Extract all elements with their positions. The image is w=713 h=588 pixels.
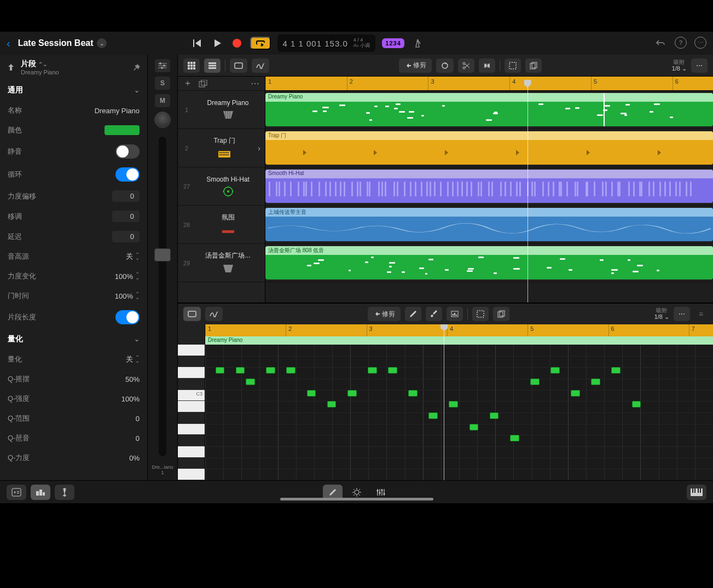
go-to-start-button[interactable] bbox=[191, 37, 204, 50]
track-header[interactable]: 28 氛围 bbox=[178, 206, 265, 244]
velocity-change-field[interactable]: 100%⌃⌄ bbox=[115, 272, 140, 281]
midi-note[interactable] bbox=[368, 367, 377, 374]
track-header[interactable]: 29 汤普金斯广场... bbox=[178, 244, 265, 282]
region[interactable]: Dreamy Piano bbox=[265, 93, 713, 126]
midi-note[interactable] bbox=[286, 367, 295, 374]
brush-tool-button[interactable] bbox=[426, 307, 442, 321]
midi-note[interactable] bbox=[530, 379, 540, 385]
region-row[interactable]: Smooth Hi-Hat bbox=[265, 167, 713, 206]
region-view-button[interactable] bbox=[230, 59, 247, 73]
title-dropdown[interactable]: ⌄ bbox=[97, 38, 107, 48]
midi-note[interactable] bbox=[428, 412, 438, 419]
midi-note[interactable] bbox=[591, 379, 600, 385]
transpose-field[interactable]: 0 bbox=[112, 211, 140, 222]
editor-more-button[interactable]: ⋯ bbox=[674, 307, 690, 321]
midi-note[interactable] bbox=[408, 390, 418, 397]
piano-key[interactable] bbox=[178, 424, 205, 435]
volume-fader[interactable] bbox=[159, 137, 166, 456]
qrange-field[interactable]: 0 bbox=[136, 415, 140, 423]
track-header[interactable]: 2 Trap 门 › bbox=[178, 129, 265, 167]
midi-note[interactable] bbox=[388, 367, 397, 374]
list-view-button[interactable] bbox=[204, 59, 221, 73]
velocity-offset-field[interactable]: 0 bbox=[112, 190, 140, 202]
grid-view-button[interactable] bbox=[183, 59, 200, 73]
piano-key[interactable] bbox=[178, 469, 205, 480]
play-button[interactable] bbox=[211, 37, 224, 50]
back-button[interactable]: ‹ bbox=[7, 37, 10, 50]
loop-switch[interactable] bbox=[115, 167, 140, 182]
piano-key[interactable] bbox=[178, 356, 205, 368]
qvel-field[interactable]: 0% bbox=[129, 454, 140, 462]
editor-playhead[interactable] bbox=[444, 330, 444, 480]
marquee-tool-button[interactable] bbox=[505, 59, 521, 73]
piano-key[interactable] bbox=[178, 458, 205, 469]
solo-button[interactable]: S bbox=[155, 77, 170, 90]
piano-roll-grid[interactable] bbox=[205, 345, 713, 480]
playhead[interactable] bbox=[527, 85, 528, 302]
loop-tool-button[interactable] bbox=[436, 59, 454, 73]
gate-time-field[interactable]: 100%⌃⌄ bbox=[115, 292, 140, 300]
inspector-button[interactable] bbox=[55, 485, 74, 500]
cycle-button[interactable] bbox=[250, 37, 271, 50]
inspector-title-updown[interactable]: ⌃⌄ bbox=[38, 61, 47, 67]
velocity-tool-button[interactable] bbox=[447, 307, 463, 321]
help-button[interactable]: ? bbox=[675, 37, 687, 49]
project-title[interactable]: Late Session Beat bbox=[18, 38, 94, 48]
editor-region-view-button[interactable] bbox=[183, 307, 201, 321]
piano-key[interactable] bbox=[178, 412, 205, 424]
editor-drag-handle[interactable]: ≡ bbox=[694, 310, 708, 318]
timeline-ruler[interactable]: 123456 bbox=[265, 77, 713, 91]
undo-button[interactable] bbox=[654, 37, 667, 50]
editor-automation-view-button[interactable] bbox=[205, 307, 223, 321]
piano-key[interactable] bbox=[178, 446, 205, 458]
pan-knob[interactable] bbox=[154, 112, 171, 128]
disclosure-chevron[interactable]: › bbox=[258, 144, 260, 153]
snap-menu[interactable]: 吸附 1/8 ⌄ bbox=[672, 59, 687, 72]
join-tool-button[interactable] bbox=[479, 59, 495, 73]
midi-note[interactable] bbox=[490, 412, 499, 419]
color-swatch[interactable] bbox=[105, 125, 140, 135]
duplicate-track-button[interactable] bbox=[199, 80, 207, 88]
midi-note[interactable] bbox=[571, 390, 580, 397]
piano-key[interactable] bbox=[178, 435, 205, 446]
midi-note[interactable] bbox=[216, 367, 225, 374]
pencil-tool-button[interactable] bbox=[405, 307, 421, 321]
pitch-source-field[interactable]: 关⌃⌄ bbox=[126, 252, 140, 261]
more-button[interactable]: ⋯ bbox=[694, 37, 706, 49]
region[interactable]: 上城传送带主音 bbox=[265, 208, 713, 241]
section-general[interactable]: 通用⌄ bbox=[0, 80, 147, 101]
midi-note[interactable] bbox=[632, 401, 641, 407]
piano-key[interactable]: C3 bbox=[178, 390, 205, 401]
midi-note[interactable] bbox=[347, 390, 357, 397]
record-button[interactable] bbox=[230, 37, 244, 50]
midi-note[interactable] bbox=[469, 424, 479, 430]
editor-copy-button[interactable] bbox=[493, 307, 509, 321]
scissors-tool-button[interactable] bbox=[458, 59, 474, 73]
track-header[interactable]: 27 Smooth Hi-Hat bbox=[178, 167, 265, 206]
inspector-back[interactable] bbox=[7, 63, 15, 72]
tracks-more-button[interactable]: ⋯ bbox=[691, 59, 708, 73]
midi-note[interactable] bbox=[550, 367, 560, 374]
piano-key[interactable] bbox=[178, 401, 205, 412]
count-in-button[interactable]: 1234 bbox=[382, 38, 404, 48]
track-header-more-button[interactable]: ⋯ bbox=[251, 78, 259, 89]
midi-note[interactable] bbox=[510, 435, 519, 441]
midi-note[interactable] bbox=[246, 379, 255, 385]
region-row[interactable]: 汤普金斯广场 808 低音 bbox=[265, 244, 713, 282]
piano-keyboard[interactable]: C3 bbox=[178, 324, 205, 480]
qswing-field[interactable]: 50% bbox=[125, 375, 140, 383]
name-field[interactable]: Dreamy Piano bbox=[95, 107, 140, 115]
editor-snap-menu[interactable]: 吸附 1/8 ⌄ bbox=[654, 307, 669, 320]
track-header[interactable]: 1 Dreamy Piano bbox=[178, 91, 265, 129]
pin-icon[interactable] bbox=[132, 63, 141, 72]
piano-key[interactable] bbox=[178, 379, 205, 390]
midi-note[interactable] bbox=[611, 367, 621, 374]
editor-ruler[interactable]: 1234567 bbox=[205, 324, 713, 336]
editor-marquee-button[interactable] bbox=[472, 307, 489, 321]
region[interactable]: 汤普金斯广场 808 低音 bbox=[265, 246, 713, 280]
strip-settings-icon[interactable] bbox=[155, 59, 170, 72]
region-row[interactable]: 上城传送带主音 bbox=[265, 206, 713, 244]
automation-view-button[interactable] bbox=[252, 59, 269, 73]
clip-length-switch[interactable] bbox=[115, 310, 140, 324]
keyboard-button[interactable] bbox=[687, 485, 706, 500]
